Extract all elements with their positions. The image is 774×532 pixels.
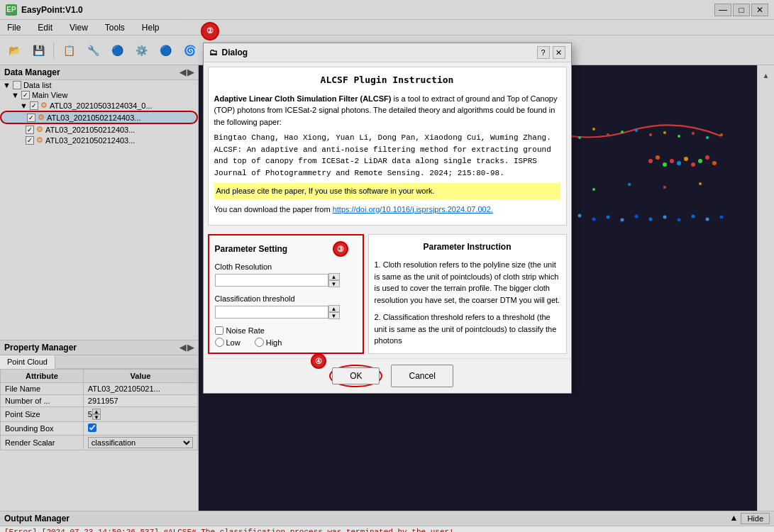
instruction-cite-note: And please cite the paper, If you use th… — [214, 183, 560, 199]
ok-button-wrapper: OK — [329, 365, 382, 387]
class-thresh-up[interactable]: ▲ — [328, 305, 340, 312]
low-high-row: Low High — [215, 338, 357, 347]
dialog-footer: ④ OK Cancel — [204, 358, 571, 393]
instruction-download: You can download the paper from https://… — [214, 204, 560, 216]
noise-rate-checkbox[interactable] — [215, 326, 223, 335]
cloth-resolution-input[interactable]: 1.00 — [215, 274, 328, 287]
dialog-close[interactable]: ✕ — [553, 46, 565, 59]
dialog-icon: 🗂 — [209, 48, 218, 57]
dialog-help[interactable]: ? — [537, 46, 550, 59]
class-threshold-input[interactable]: 1.00 — [215, 306, 328, 318]
param-setting: Parameter Setting ③ Cloth Resolution 1.0… — [208, 234, 364, 354]
radio-low[interactable] — [215, 338, 224, 347]
param-instruction: Parameter Instruction 1. Cloth resolutio… — [368, 234, 567, 354]
cloth-resolution-label: Cloth Resolution — [215, 262, 357, 271]
dialog-title: Dialog — [222, 48, 248, 57]
dialog: 🗂 Dialog ? ✕ ALCSF Plugin Instruction Ad… — [203, 43, 572, 394]
low-label: Low — [226, 338, 241, 347]
dialog-instruction: ALCSF Plugin Instruction Adaptive Linear… — [208, 67, 567, 226]
high-label: High — [266, 338, 282, 347]
instruction-text1: Adaptive Linear Cloth Simulation Filter … — [214, 93, 560, 128]
dialog-title-bar: 🗂 Dialog ? ✕ — [204, 43, 571, 62]
radio-high[interactable] — [255, 338, 264, 347]
cloth-res-down[interactable]: ▼ — [328, 280, 340, 287]
param-instruction-text2: 2. Classification threshold refers to a … — [375, 311, 560, 347]
param-instruction-text1: 1. Cloth resolution refers to the polyli… — [375, 259, 560, 306]
cloth-res-up[interactable]: ▲ — [328, 273, 340, 280]
annotation-4: ④ — [311, 353, 326, 369]
noise-rate-row: Noise Rate — [215, 326, 357, 335]
class-thresh-down[interactable]: ▼ — [328, 312, 340, 319]
noise-rate-label: Noise Rate — [226, 326, 265, 335]
annotation-3: ③ — [333, 241, 348, 257]
cloth-resolution-row: Cloth Resolution 1.00 ▲ ▼ — [215, 262, 357, 287]
instruction-title: ALCSF Plugin Instruction — [214, 73, 560, 87]
instruction-link[interactable]: https://doi.org/10.1016/j.isprsjprs.2024… — [333, 205, 493, 214]
param-instruction-title: Parameter Instruction — [375, 240, 560, 253]
instruction-citation: Bingtao Chang, Hao Xiong, Yuan Li, Dong … — [214, 132, 560, 179]
class-threshold-row: Classification threshold 1.00 ▲ ▼ — [215, 294, 357, 319]
dialog-bottom-row: Parameter Setting ③ Cloth Resolution 1.0… — [204, 230, 571, 358]
cancel-button[interactable]: Cancel — [391, 365, 453, 387]
dialog-body: ALCSF Plugin Instruction Adaptive Linear… — [204, 62, 571, 393]
class-threshold-label: Classification threshold — [215, 294, 357, 303]
ok-button[interactable]: OK — [332, 367, 380, 384]
instruction-bold: Adaptive Linear Cloth Simulation Filter … — [214, 94, 392, 103]
param-section-title: Parameter Setting ③ — [215, 241, 357, 257]
annotation-2: ② — [201, 22, 219, 40]
dialog-overlay: 🗂 Dialog ? ✕ ALCSF Plugin Instruction Ad… — [0, 0, 774, 532]
